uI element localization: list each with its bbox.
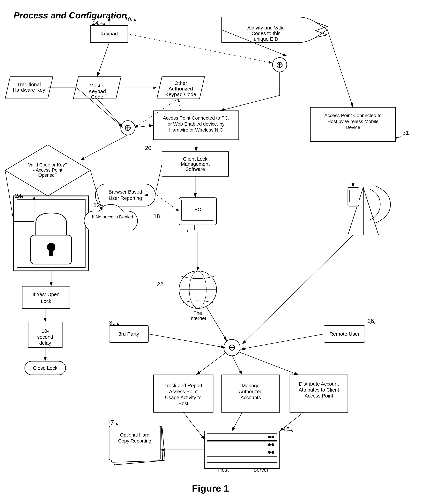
- client-lock-label1: Client Lock: [183, 156, 207, 162]
- arrow-hub-to-distribute: [239, 352, 299, 375]
- num-31: 31: [403, 129, 409, 136]
- access-wireless-label2: Host by Wireless Mobile: [327, 119, 378, 124]
- master-keypad-label1: Master: [89, 83, 105, 88]
- figure-label: Figure 1: [192, 483, 229, 494]
- num-17: 17: [107, 419, 114, 426]
- num-22: 22: [157, 281, 163, 288]
- arrow-distribute-to-host: [280, 412, 304, 431]
- diamond-label3: Opened?: [38, 173, 57, 178]
- manage-accounts-label2: Authorized: [239, 389, 262, 394]
- num-30: 30: [109, 319, 116, 326]
- internet-label1: The: [194, 311, 202, 316]
- other-keypad-label3: Keypad Code: [165, 91, 196, 97]
- tower-leg2: [363, 187, 378, 235]
- other-keypad-label2: Authorized: [168, 86, 193, 91]
- arrow-hub-to-manage: [232, 356, 242, 375]
- eid-label: Activity and Valid: [247, 25, 285, 30]
- arrow-client-to-browser-path: [155, 164, 162, 195]
- arrow-yes-to-lock: [5, 170, 14, 222]
- svg-point-15: [268, 451, 271, 454]
- server-label: Server: [253, 467, 268, 473]
- arrow-browser-to-pc: [157, 195, 179, 211]
- ten-second-label1: 10-: [42, 328, 49, 334]
- track-report-label2: Assess Point: [169, 389, 198, 394]
- optional-copy-label1: Optional Hard: [120, 432, 150, 438]
- if-yes-box: [22, 286, 70, 308]
- num-24: 24: [15, 192, 21, 199]
- access-wireless-label1: Access Point Connected to: [324, 113, 382, 118]
- third-party-label: 3rd Party: [118, 331, 139, 337]
- distribute-label1: Distribute Account: [299, 381, 339, 387]
- ten-second-label3: delay: [39, 340, 51, 346]
- distribute-label2: Attributes to Client: [299, 387, 339, 393]
- access-pc-label1: Access Point Connected to PC,: [163, 115, 230, 121]
- arrow-merge-to-diamond: [80, 135, 128, 160]
- arrow-remote-to-hub: [240, 334, 324, 349]
- if-yes-label1: If Yes: Open: [33, 292, 60, 297]
- pc-base: [188, 230, 208, 232]
- svg-point-14: [271, 443, 274, 446]
- track-report-label4: Host: [178, 401, 189, 406]
- trad-key-label1: Traditional: [17, 82, 41, 87]
- eid-label2: Codes to this: [251, 31, 280, 36]
- diamond-label1: Valid Code or Key?: [28, 162, 67, 168]
- plus-hub: ⊕: [228, 342, 236, 352]
- master-keypad-label3: Code: [91, 94, 103, 100]
- internet-label2: Internet: [189, 316, 206, 321]
- access-wireless-box: [310, 107, 396, 141]
- other-keypad-label1: Other: [174, 80, 187, 86]
- svg-point-11: [268, 436, 271, 438]
- diamond-label2: - Access Point: [33, 168, 62, 173]
- lock-keyhole-slot: [49, 250, 53, 256]
- arrow-eid-to-wireless: [327, 30, 353, 107]
- access-pc-label3: Hardwire or Wireless NIC: [169, 127, 223, 132]
- arrow-access-to-other: [178, 99, 181, 111]
- num-20: 20: [145, 145, 151, 151]
- client-lock-label3: Software: [185, 167, 205, 172]
- keypad-label: Keypad: [100, 31, 118, 36]
- plus-center: ⊕: [124, 123, 132, 132]
- track-report-label3: Usage Activity to: [165, 395, 201, 400]
- access-wireless-label3: Device: [346, 125, 360, 130]
- arrow-keypad-to-master: [97, 42, 109, 77]
- manage-accounts-label3: Accounts: [240, 395, 261, 400]
- num-16: 16: [283, 426, 290, 432]
- access-pc-label2: or Web Enabled device, by: [168, 121, 225, 126]
- pc-screen-text: PC: [195, 207, 201, 212]
- arrow-third-to-hub: [148, 334, 225, 348]
- if-yes-label2: Lock: [41, 299, 51, 304]
- arrow-master-to-merge: [97, 99, 123, 127]
- arrow-manage-to-host: [232, 412, 242, 431]
- arrow-to-access-pc: [220, 96, 280, 111]
- close-lock-label: Close Lock: [33, 365, 57, 371]
- manage-accounts-label1: Manage: [242, 383, 260, 388]
- svg-point-16: [271, 451, 274, 454]
- client-lock-label2: Management: [181, 161, 210, 167]
- browser-reporting-label2: User Reporting: [109, 195, 142, 201]
- master-keypad-label2: Keypad: [88, 88, 106, 94]
- track-report-label1: Track and Report: [164, 383, 202, 388]
- arrow-track-to-host: [183, 412, 205, 440]
- svg-point-12: [271, 436, 274, 438]
- arrow-hub-to-track: [196, 352, 227, 375]
- ten-second-label2: second: [37, 334, 53, 340]
- svg-point-13: [268, 443, 271, 446]
- remote-user-label: Remote User: [329, 331, 360, 337]
- num-18: 18: [153, 213, 160, 219]
- optional-copy-label2: Copy Reporting: [118, 438, 151, 444]
- access-denied-label1: If No: Access Denied: [92, 214, 133, 219]
- host-label: Host: [218, 467, 229, 473]
- plus-top: ⊕: [276, 60, 283, 70]
- browser-reporting-label1: Browser Based: [109, 189, 142, 195]
- arrow-internet-to-hub: [206, 307, 227, 341]
- pc-stand: [194, 225, 201, 230]
- distribute-label3: Access Point: [305, 393, 333, 399]
- trad-key-label2: Hardware Key: [13, 87, 45, 93]
- eid-label3: unique EID: [254, 36, 278, 42]
